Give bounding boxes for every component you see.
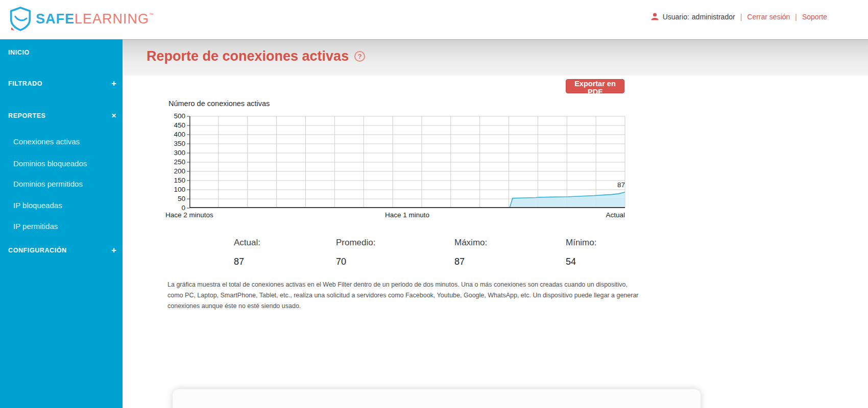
header-divider: | — [740, 13, 742, 21]
sidebar-item-label: FILTRADO — [8, 80, 42, 87]
x-axis-label: Actual — [523, 211, 625, 219]
next-section-card — [173, 389, 701, 408]
export-pdf-button[interactable]: Exportar en PDF — [566, 79, 624, 93]
y-tick-label: 150 — [164, 176, 185, 184]
description-line: como PC, Laptop, SmartPhone, Tablet, etc… — [167, 290, 639, 301]
stat-maximo: Máximo: 87 — [454, 238, 487, 267]
expand-icon: + — [111, 79, 116, 89]
stat-label: Promedio: — [336, 238, 375, 248]
user-label: Usuario: — [663, 13, 689, 21]
page-title-bar: Reporte de conexiones activas ? — [123, 39, 868, 75]
connections-area-chart — [189, 116, 625, 208]
app-window: SAFELEARNING™ Usuario: administrador | C… — [0, 0, 868, 408]
y-tick-label: 50 — [164, 195, 185, 202]
stat-value: 70 — [336, 257, 375, 267]
sidebar-item-ip-bloqueadas[interactable]: IP bloqueadas — [0, 199, 123, 211]
stat-minimo: Mínimo: 54 — [566, 238, 596, 267]
sidebar-subitem-label: Dominios bloqueados — [13, 159, 87, 168]
y-tick-label: 300 — [164, 149, 185, 157]
sidebar-subitem-label: Conexiones activas — [13, 137, 80, 146]
x-axis-label: Hace 1 minuto — [356, 211, 459, 219]
brand-name-learning: LEARNING — [75, 11, 149, 27]
stat-promedio: Promedio: 70 — [336, 238, 375, 267]
sidebar-item-label: REPORTES — [8, 112, 46, 119]
page-title: Reporte de conexiones activas ? — [147, 48, 365, 64]
user-name: administrador — [692, 13, 735, 21]
y-tick-label: 250 — [164, 158, 185, 166]
sidebar-subitem-label: IP bloqueadas — [13, 201, 62, 210]
x-axis-label: Hace 2 minutos — [165, 211, 278, 219]
user-area: Usuario: administrador | Cerrar sesión |… — [650, 12, 827, 21]
stat-value: 87 — [454, 257, 487, 267]
y-tick-label: 500 — [164, 112, 185, 120]
description-line: conexiones aunque éste no esté siendo us… — [167, 301, 639, 312]
y-tick-label: 200 — [164, 167, 185, 175]
brand-name-safe: SAFE — [36, 11, 75, 27]
top-header: SAFELEARNING™ Usuario: administrador | C… — [0, 0, 868, 39]
sidebar-item-label: INICIO — [8, 49, 30, 56]
sidebar-item-conexiones-activas[interactable]: Conexiones activas — [0, 136, 123, 147]
expand-icon: + — [111, 245, 116, 256]
stat-label: Máximo: — [454, 238, 487, 248]
shield-icon — [9, 7, 32, 31]
brand-logo: SAFELEARNING™ — [9, 7, 154, 31]
sidebar-nav: INICIO FILTRADO + REPORTES ✕ Conexiones … — [0, 39, 123, 408]
stat-label: Mínimo: — [566, 238, 596, 248]
sidebar-subitem-label: Dominios permitidos — [13, 180, 83, 188]
stat-value: 87 — [234, 257, 260, 267]
support-link[interactable]: Soporte — [802, 13, 827, 21]
stat-label: Actual: — [234, 238, 260, 248]
collapse-icon: ✕ — [111, 112, 116, 119]
sidebar-item-label: CONFIGURACIÓN — [8, 247, 67, 254]
sidebar-item-reportes[interactable]: REPORTES ✕ — [0, 110, 123, 121]
stat-value: 54 — [566, 257, 596, 267]
main-content: Exportar en PDF Número de conexiones act… — [123, 75, 868, 408]
sidebar-item-ip-permitidas[interactable]: IP permitidas — [0, 220, 123, 232]
y-tick-label: 0 — [164, 204, 185, 212]
sidebar-item-inicio[interactable]: INICIO — [0, 47, 123, 58]
help-icon[interactable]: ? — [354, 51, 365, 62]
chart-title: Número de conexiones activas — [168, 99, 270, 108]
y-tick-label: 350 — [164, 140, 185, 147]
sidebar-item-dominios-bloqueados[interactable]: Dominios bloqueados — [0, 158, 123, 169]
sidebar-item-dominios-permitidos[interactable]: Dominios permitidos — [0, 178, 123, 189]
page-title-text: Reporte de conexiones activas — [147, 48, 349, 64]
sidebar-item-configuracion[interactable]: CONFIGURACIÓN + — [0, 245, 123, 256]
description-line: La gráfica muestra el total de conexione… — [167, 279, 639, 290]
logout-link[interactable]: Cerrar sesión — [747, 13, 790, 21]
y-tick-label: 450 — [164, 121, 185, 129]
stat-actual: Actual: 87 — [234, 238, 260, 267]
trademark-symbol: ™ — [149, 12, 154, 17]
y-tick-label: 400 — [164, 131, 185, 138]
chart-description: La gráfica muestra el total de conexione… — [167, 279, 639, 312]
header-divider: | — [795, 13, 797, 21]
brand-name: SAFELEARNING™ — [36, 11, 154, 27]
user-icon — [650, 12, 659, 21]
y-tick-label: 100 — [164, 186, 185, 193]
sidebar-item-filtrado[interactable]: FILTRADO + — [0, 78, 123, 89]
sidebar-subitem-label: IP permitidas — [13, 222, 58, 231]
y-axis-labels: 500450400350300250200150100500 — [164, 75, 185, 228]
